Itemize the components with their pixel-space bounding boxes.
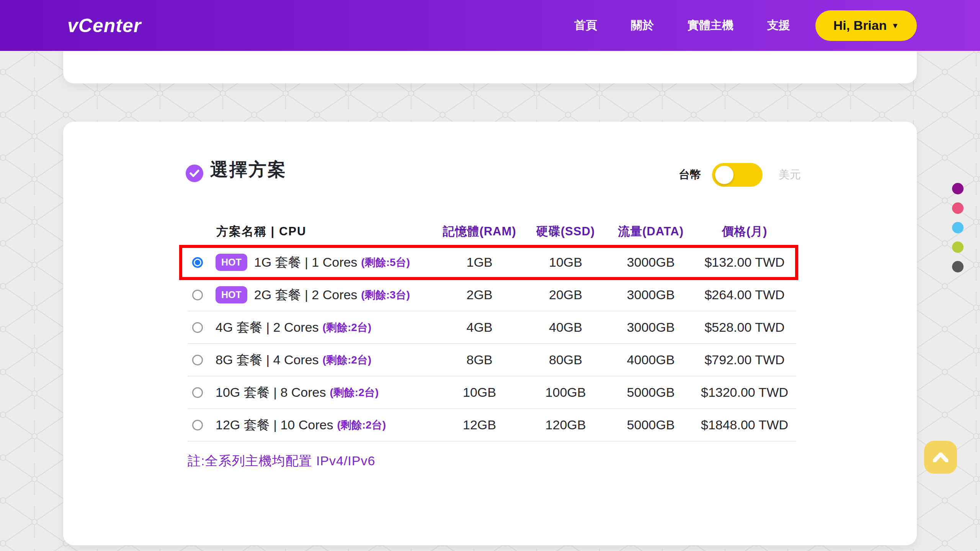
hot-badge: HOT	[216, 286, 247, 303]
plan-name: 8G 套餐 | 4 Cores	[216, 351, 319, 369]
plan-row[interactable]: 8G 套餐 | 4 Cores (剩餘:2台) 8GB 80GB 4000GB …	[188, 344, 796, 377]
plan-name-cell: 12G 套餐 | 10 Cores (剩餘:2台)	[188, 416, 436, 434]
currency-toggle[interactable]	[712, 163, 763, 187]
column-header-plan-cpu: 方案名稱 | CPU	[188, 223, 436, 240]
hot-badge: HOT	[216, 254, 247, 271]
plan-row[interactable]: 12G 套餐 | 10 Cores (剩餘:2台) 12GB 120GB 500…	[188, 409, 796, 442]
data-value: 3000GB	[609, 287, 693, 302]
ram-value: 4GB	[436, 320, 523, 335]
plan-name-cell: HOT 2G 套餐 | 2 Cores (剩餘:3台)	[188, 286, 436, 304]
plan-radio[interactable]	[192, 420, 203, 430]
plan-radio[interactable]	[192, 257, 203, 268]
plan-remaining: (剩餘:3台)	[361, 288, 410, 302]
plan-remaining: (剩餘:2台)	[330, 385, 379, 400]
column-header-ssd: 硬碟(SSD)	[523, 223, 609, 240]
page: vCenter 首頁 關於 實體主機 支援 Hi, Brian ▼ 選擇方案 台…	[0, 0, 980, 551]
user-menu-label: Hi, Brian	[833, 18, 887, 33]
ssd-value: 20GB	[523, 287, 609, 302]
site-header: vCenter 首頁 關於 實體主機 支援 Hi, Brian ▼	[0, 0, 980, 51]
plan-radio[interactable]	[192, 387, 203, 398]
ram-value: 12GB	[436, 417, 523, 432]
column-header-price: 價格(月)	[693, 223, 796, 240]
data-value: 5000GB	[609, 385, 693, 400]
price-value: $528.00 TWD	[693, 320, 796, 335]
plan-selection-card: 選擇方案 台幣 美元 方案名稱 | CPU 記憶體(RAM) 硬碟(SSD) 流…	[63, 122, 917, 545]
scroll-to-top-button[interactable]	[924, 441, 957, 474]
nav-item-about[interactable]: 關於	[631, 18, 654, 33]
column-header-data: 流量(DATA)	[609, 223, 693, 240]
plan-name: 12G 套餐 | 10 Cores	[216, 416, 333, 434]
toggle-knob	[715, 166, 733, 184]
ssd-value: 80GB	[523, 352, 609, 367]
user-menu-button[interactable]: Hi, Brian ▼	[815, 10, 917, 41]
plan-radio[interactable]	[192, 355, 203, 365]
plan-remaining: (剩餘:2台)	[337, 418, 386, 432]
chevron-up-icon	[933, 452, 948, 462]
nav-item-servers[interactable]: 實體主機	[688, 18, 733, 33]
dot-nav	[952, 183, 964, 272]
nav-item-home[interactable]: 首頁	[574, 18, 597, 33]
dot-nav-item-dot-blue[interactable]	[952, 222, 964, 233]
plan-row[interactable]: 10G 套餐 | 8 Cores (剩餘:2台) 10GB 100GB 5000…	[188, 377, 796, 409]
ssd-value: 40GB	[523, 320, 609, 335]
price-value: $792.00 TWD	[693, 352, 796, 367]
data-value: 4000GB	[609, 352, 693, 367]
data-value: 3000GB	[609, 320, 693, 335]
plan-radio[interactable]	[192, 322, 203, 333]
price-value: $1320.00 TWD	[693, 385, 796, 400]
dot-nav-item-dot-pink[interactable]	[952, 202, 964, 214]
plan-row[interactable]: HOT 2G 套餐 | 2 Cores (剩餘:3台) 2GB 20GB 300…	[188, 279, 796, 311]
ram-value: 1GB	[436, 255, 523, 270]
data-value: 3000GB	[609, 255, 693, 270]
plan-remaining: (剩餘:2台)	[323, 353, 372, 367]
ram-value: 2GB	[436, 287, 523, 302]
price-value: $132.00 TWD	[693, 255, 796, 270]
plan-remaining: (剩餘:2台)	[323, 320, 372, 335]
data-value: 5000GB	[609, 417, 693, 432]
dot-nav-item-dot-lime[interactable]	[952, 241, 964, 253]
dot-nav-item-dot-gray[interactable]	[952, 261, 964, 272]
nav-item-support[interactable]: 支援	[767, 18, 790, 33]
currency-label-usd: 美元	[779, 167, 801, 183]
plan-name-cell: 4G 套餐 | 2 Cores (剩餘:2台)	[188, 319, 436, 336]
plan-name: 10G 套餐 | 8 Cores	[216, 384, 326, 401]
plan-table-body: HOT 1G 套餐 | 1 Cores (剩餘:5台) 1GB 10GB 300…	[188, 246, 796, 442]
plan-radio[interactable]	[192, 290, 203, 300]
plan-remaining: (剩餘:5台)	[361, 255, 410, 270]
ssd-value: 100GB	[523, 385, 609, 400]
brand-logo[interactable]: vCenter	[67, 15, 141, 37]
price-value: $264.00 TWD	[693, 287, 796, 302]
column-header-ram: 記憶體(RAM)	[436, 223, 523, 240]
plan-name-cell: HOT 1G 套餐 | 1 Cores (剩餘:5台)	[188, 254, 436, 271]
plans-note: 註:全系列主機均配置 IPv4/IPv6	[188, 452, 375, 470]
plan-name: 1G 套餐 | 1 Cores	[254, 254, 358, 271]
plan-name-cell: 8G 套餐 | 4 Cores (剩餘:2台)	[188, 351, 436, 369]
ssd-value: 10GB	[523, 255, 609, 270]
currency-switch-group: 台幣 美元	[679, 163, 801, 187]
ram-value: 10GB	[436, 385, 523, 400]
plan-name-cell: 10G 套餐 | 8 Cores (剩餘:2台)	[188, 384, 436, 401]
ram-value: 8GB	[436, 352, 523, 367]
plan-table-header: 方案名稱 | CPU 記憶體(RAM) 硬碟(SSD) 流量(DATA) 價格(…	[188, 223, 796, 240]
check-circle-icon	[186, 165, 203, 182]
plan-name: 4G 套餐 | 2 Cores	[216, 319, 319, 336]
main-nav: 首頁 關於 實體主機 支援	[574, 18, 790, 33]
caret-down-icon: ▼	[892, 22, 899, 29]
section-title: 選擇方案	[210, 158, 287, 182]
price-value: $1848.00 TWD	[693, 417, 796, 432]
dot-nav-item-dot-purple[interactable]	[952, 183, 964, 194]
plan-name: 2G 套餐 | 2 Cores	[254, 286, 358, 304]
plan-row[interactable]: HOT 1G 套餐 | 1 Cores (剩餘:5台) 1GB 10GB 300…	[188, 246, 796, 279]
currency-label-twd: 台幣	[679, 167, 701, 183]
plan-row[interactable]: 4G 套餐 | 2 Cores (剩餘:2台) 4GB 40GB 3000GB …	[188, 311, 796, 344]
ssd-value: 120GB	[523, 417, 609, 432]
